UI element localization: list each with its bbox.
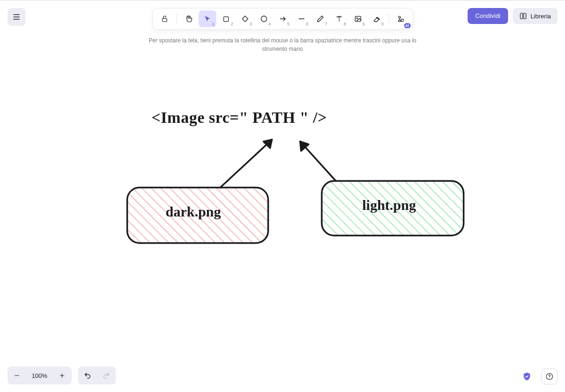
svg-line-21: [300, 142, 336, 181]
svg-point-9: [357, 18, 358, 19]
shapes-icon: [397, 15, 405, 23]
hand-icon: [185, 15, 192, 23]
zoom-level[interactable]: 100%: [26, 372, 53, 379]
undo-button[interactable]: [78, 367, 97, 384]
svg-rect-12: [401, 19, 403, 22]
library-label: Libreria: [531, 13, 551, 20]
diagram-svg: [0, 0, 565, 392]
undo-icon: [84, 372, 91, 379]
diagram-header-text[interactable]: <Image src=" PATH " />: [151, 109, 327, 127]
library-button[interactable]: Libreria: [513, 8, 557, 24]
arrow-right-icon: [279, 15, 286, 23]
tool-rectangle[interactable]: 2: [217, 10, 235, 27]
tool-key: 9: [362, 22, 365, 26]
minus-icon: [14, 372, 20, 379]
zoom-out-button[interactable]: [8, 367, 26, 384]
tool-eraser[interactable]: 0: [368, 10, 386, 27]
plus-icon: [59, 372, 65, 379]
tool-arrow[interactable]: 5: [274, 10, 292, 27]
tool-image[interactable]: 9: [349, 10, 367, 27]
text-icon: [335, 15, 343, 23]
tool-key: 1: [212, 22, 214, 26]
svg-line-19: [220, 140, 272, 188]
top-right-controls: Condividi Libreria: [468, 8, 557, 24]
circle-icon: [260, 15, 268, 23]
bottom-left-controls: 100%: [8, 367, 116, 384]
tool-key: 0: [381, 22, 383, 26]
tool-diamond[interactable]: 3: [236, 10, 254, 27]
lock-open-icon: [161, 15, 168, 23]
book-icon: [519, 12, 527, 20]
zoom-in-button[interactable]: [53, 367, 72, 384]
toolbar-divider: [389, 13, 389, 24]
tool-draw[interactable]: 7: [311, 10, 329, 27]
svg-rect-16: [127, 188, 268, 243]
tool-key: 5: [287, 22, 289, 26]
tool-hand[interactable]: [180, 10, 198, 27]
tool-lock[interactable]: [156, 10, 174, 27]
tool-text[interactable]: 8: [330, 10, 348, 27]
tool-key: 4: [268, 22, 271, 26]
diagram-arrow-dark[interactable]: [220, 140, 272, 188]
tool-key: 6: [306, 22, 308, 26]
diamond-icon: [241, 15, 249, 23]
svg-point-11: [398, 16, 400, 18]
svg-rect-4: [224, 16, 229, 21]
redo-icon: [103, 372, 110, 379]
redo-button[interactable]: [97, 367, 116, 384]
tool-key: 3: [249, 22, 252, 26]
image-icon: [354, 15, 362, 23]
svg-rect-17: [322, 181, 464, 236]
status-shield-button[interactable]: [519, 368, 535, 384]
shield-check-icon: [522, 372, 532, 381]
toolbar-divider: [176, 13, 177, 24]
tool-key: 2: [231, 22, 233, 26]
zoom-controls: 100%: [8, 367, 72, 384]
svg-rect-15: [127, 188, 268, 243]
diagram-box-dark[interactable]: [127, 188, 268, 243]
diagram-box-light-label[interactable]: light.png: [362, 197, 416, 213]
ai-badge: AI: [404, 23, 411, 28]
tool-key: 8: [343, 22, 346, 26]
svg-rect-18: [322, 181, 464, 236]
tool-more[interactable]: AI: [392, 10, 410, 27]
eraser-icon: [373, 15, 381, 23]
line-icon: [298, 15, 305, 23]
question-icon: [546, 373, 553, 380]
toolbar: 1 2 3 4 5 6 7: [152, 8, 413, 30]
history-controls: [78, 367, 116, 384]
diagram-arrow-light[interactable]: [300, 142, 336, 181]
square-icon: [223, 16, 230, 23]
main-menu-button[interactable]: [8, 8, 25, 26]
bottom-right-controls: [519, 368, 557, 384]
canvas-hint-text: Per spostare la tela, tieni premuta la r…: [142, 36, 424, 53]
tool-select[interactable]: 1: [199, 10, 216, 27]
share-button[interactable]: Condividi: [468, 8, 508, 24]
diagram-box-dark-label[interactable]: dark.png: [166, 204, 221, 220]
svg-marker-20: [263, 140, 272, 148]
tool-ellipse[interactable]: 4: [255, 10, 273, 27]
canvas[interactable]: <Image src=" PATH " /> dark.png light.pn…: [0, 0, 565, 392]
diagram-box-light[interactable]: [322, 181, 464, 236]
cursor-icon: [204, 15, 211, 23]
tool-key: 7: [325, 22, 327, 26]
hamburger-icon: [13, 13, 20, 21]
svg-rect-3: [162, 18, 167, 22]
tool-line[interactable]: 6: [293, 10, 310, 27]
svg-point-5: [261, 16, 267, 22]
svg-marker-22: [300, 142, 309, 151]
help-button[interactable]: [541, 368, 557, 384]
pencil-icon: [317, 15, 324, 23]
